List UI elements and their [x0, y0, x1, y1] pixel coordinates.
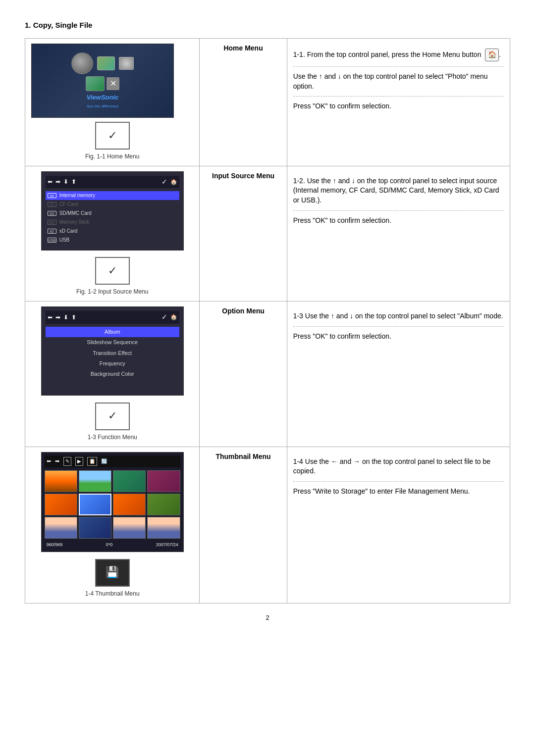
option-item-transition: Transition Effect — [46, 348, 179, 358]
home-button-inline: 🏠 — [485, 49, 499, 61]
ok-check-4: 💾 — [95, 559, 130, 587]
thumbnail-menu-name-cell: Thumbnail Menu — [200, 447, 287, 603]
option-desc-2: Press "OK" to confirm selection. — [293, 326, 504, 346]
page-title: 1. Copy, Single File — [25, 20, 510, 30]
home-desc-1: 1-1. From the top control panel, press t… — [293, 44, 504, 67]
thumb-desc-2: Press "Write to Storage" to enter File M… — [293, 481, 504, 501]
table-row-option: ⬅ ➡ ⬇ ⬆ ✓ 🏠 Album Slideshow Sequence Tra… — [25, 302, 510, 447]
thumb-topbar: ⬅ ➡ ✎ ▶ 📋 🔄 — [45, 455, 180, 467]
thumbnail-menu-panel: ⬅ ➡ ✎ ▶ 📋 🔄 — [41, 452, 184, 553]
table-row-thumbnail: ⬅ ➡ ✎ ▶ 📋 🔄 — [25, 447, 510, 603]
input-desc-table: 1-2. Use the ↑ and ↓ on the top control … — [293, 171, 504, 230]
home-desc-3: Press "OK" to confirm selection. — [293, 97, 504, 116]
input-item-ms: MS Memory Stick — [46, 218, 179, 227]
option-menu-desc-cell: 1-3 Use the ↑ and ↓ on the top control p… — [287, 302, 510, 447]
thumb-desc-table: 1-4 Use the ← and → on the top control p… — [293, 452, 504, 502]
thumb-6 — [79, 494, 111, 515]
thumb-3 — [113, 470, 146, 492]
thumbnail-menu-desc-cell: 1-4 Use the ← and → on the top control p… — [287, 447, 510, 603]
thumb-10 — [79, 517, 111, 539]
input-menu-topbar: ⬅ ➡ ⬇ ⬆ ✓ 🏠 — [46, 176, 179, 189]
home-menu-image-cell: ✕ ViewSonic See the difference ✓ Fig. 1-… — [25, 39, 200, 166]
thumb-grid — [45, 470, 180, 539]
option-item-album: Album — [46, 327, 179, 337]
fig-1-3-caption: 1-3 Function Menu — [31, 433, 193, 442]
option-menu-label: Option Menu — [222, 307, 265, 315]
input-item-cf: CF CF Card — [46, 200, 179, 209]
home-menu-name-cell: Home Menu — [200, 39, 287, 166]
option-menu-topbar: ⬅ ➡ ⬇ ⬆ ✓ 🏠 — [46, 311, 179, 324]
input-item-xd: xD xD Card — [46, 227, 179, 236]
input-desc-1: 1-2. Use the ↑ and ↓ on the top control … — [293, 171, 504, 210]
option-desc-1: 1-3 Use the ↑ and ↓ on the top control p… — [293, 306, 504, 326]
fig-1-2-caption: Fig. 1-2 Input Source Menu — [31, 288, 193, 296]
option-item-background: Background Color — [46, 369, 179, 379]
input-menu-name-cell: Input Source Menu — [200, 166, 287, 301]
option-menu-image-cell: ⬅ ➡ ⬇ ⬆ ✓ 🏠 Album Slideshow Sequence Tra… — [25, 302, 200, 447]
option-menu-name-cell: Option Menu — [200, 302, 287, 447]
input-item-internal: int Internal memory — [46, 191, 179, 200]
thumb-12 — [147, 517, 180, 539]
thumb-8 — [147, 494, 180, 515]
ok-check-1: ✓ — [95, 122, 130, 150]
home-menu-desc-cell: 1-1. From the top control panel, press t… — [287, 39, 510, 166]
home-desc-2: Use the ↑ and ↓ on the top control panel… — [293, 67, 504, 97]
thumb-2 — [79, 470, 111, 492]
input-menu-label: Input Source Menu — [212, 172, 274, 180]
thumb-11 — [113, 517, 146, 539]
fig-1-1-caption: Fig. 1-1 Home Menu — [31, 152, 193, 161]
thumb-status-count: 960/969 — [47, 542, 63, 548]
table-row-input: ⬅ ➡ ⬇ ⬆ ✓ 🏠 int Internal memory CF CF Ca… — [25, 166, 510, 301]
main-table: ✕ ViewSonic See the difference ✓ Fig. 1-… — [25, 38, 510, 604]
thumb-statusbar: 960/969 0*0 2007/07/24 — [45, 541, 180, 549]
table-row-home: ✕ ViewSonic See the difference ✓ Fig. 1-… — [25, 39, 510, 166]
page-number: 2 — [25, 613, 510, 622]
thumb-4 — [147, 470, 180, 492]
input-desc-2: Press "OK" to confirm selection. — [293, 210, 504, 230]
thumb-7 — [113, 494, 146, 515]
input-menu-image-cell: ⬅ ➡ ⬇ ⬆ ✓ 🏠 int Internal memory CF CF Ca… — [25, 166, 200, 301]
thumb-1 — [45, 470, 77, 492]
option-item-slideshow: Slideshow Sequence — [46, 337, 179, 348]
option-item-frequency: Frequency — [46, 358, 179, 369]
home-menu-label: Home Menu — [223, 44, 263, 52]
ok-check-2: ✓ — [95, 257, 130, 285]
option-menu-panel: ⬅ ➡ ⬇ ⬆ ✓ 🏠 Album Slideshow Sequence Tra… — [41, 306, 184, 396]
fig-1-4-caption: 1-4 Thumbnail Menu — [31, 590, 193, 598]
input-item-sd: SD SD/MMC Card — [46, 209, 179, 218]
home-menu-panel: ✕ ViewSonic See the difference — [31, 44, 174, 118]
thumbnail-menu-label: Thumbnail Menu — [215, 453, 270, 460]
thumb-5 — [45, 494, 77, 515]
input-menu-desc-cell: 1-2. Use the ↑ and ↓ on the top control … — [287, 166, 510, 301]
thumbnail-menu-image-cell: ⬅ ➡ ✎ ▶ 📋 🔄 — [25, 447, 200, 603]
thumb-9 — [45, 517, 77, 539]
write-storage-icon: 💾 — [106, 565, 119, 580]
thumb-status-date: 2007/07/24 — [156, 542, 178, 548]
home-desc-table: 1-1. From the top control panel, press t… — [293, 44, 504, 116]
input-menu-panel: ⬅ ➡ ⬇ ⬆ ✓ 🏠 int Internal memory CF CF Ca… — [41, 171, 184, 251]
option-desc-table: 1-3 Use the ↑ and ↓ on the top control p… — [293, 306, 504, 346]
thumb-status-zoom: 0*0 — [106, 542, 113, 548]
input-item-usb: USB USB — [46, 236, 179, 245]
ok-check-3: ✓ — [95, 403, 130, 430]
thumb-desc-1: 1-4 Use the ← and → on the top control p… — [293, 452, 504, 482]
